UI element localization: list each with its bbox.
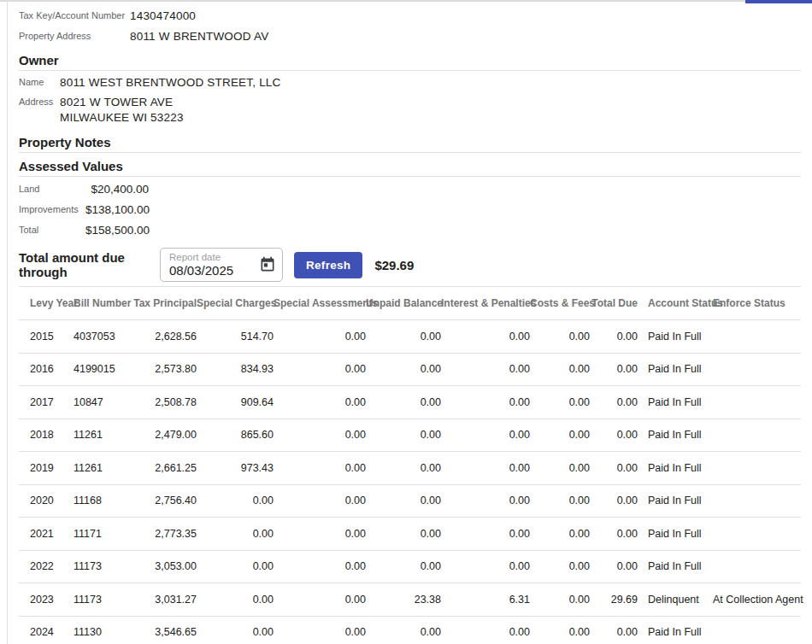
property-tax-page: Tax Key/Account Number 1430474000 Proper… <box>0 0 812 644</box>
table-cell: 514.70 <box>197 320 274 354</box>
table-cell: 2,661.25 <box>132 452 197 485</box>
table-cell: 2,628.56 <box>132 320 197 354</box>
table-header-cell: Special Assessments <box>274 287 366 320</box>
table-cell <box>713 550 801 583</box>
table-row: 2021111712,773.350.000.000.000.000.000.0… <box>19 518 801 551</box>
levy-table: Levy YearBill NumberTax PrincipalSpecial… <box>19 286 801 644</box>
table-cell: 0.00 <box>366 484 441 518</box>
table-cell: 0.00 <box>274 386 366 419</box>
table-cell: 23.38 <box>366 583 441 617</box>
table-cell <box>713 386 801 419</box>
table-cell: 0.00 <box>274 353 366 386</box>
improvements-value: $138,100.00 <box>85 203 149 216</box>
table-header-cell: Special Charges <box>197 287 274 320</box>
improvements-label: Improvements <box>19 204 85 214</box>
calendar-icon[interactable] <box>259 256 276 273</box>
table-cell: 2018 <box>19 419 74 452</box>
table-cell: 2,756.40 <box>132 484 197 518</box>
table-cell: 0.00 <box>530 320 590 354</box>
table-cell: 2022 <box>19 550 74 583</box>
table-cell: 0.00 <box>530 419 590 452</box>
table-body: 201540370532,628.56514.700.000.000.000.0… <box>19 320 801 644</box>
table-cell: 3,031.27 <box>132 583 197 617</box>
table-cell: 10847 <box>74 386 132 419</box>
table-header-cell: Bill Number <box>74 287 132 320</box>
land-value: $20,400.00 <box>85 183 149 196</box>
table-cell: 0.00 <box>441 320 530 354</box>
table-cell: 0.00 <box>366 550 441 583</box>
table-cell: 2,508.78 <box>132 386 197 419</box>
table-cell: 11171 <box>74 518 132 551</box>
table-cell: 0.00 <box>441 452 530 485</box>
table-cell: 0.00 <box>530 484 590 518</box>
table-header-cell: Unpaid Balance <box>366 287 441 320</box>
table-cell: 4037053 <box>74 320 132 354</box>
owner-address-label: Address <box>19 95 60 126</box>
table-header-cell: Total Due <box>590 287 638 320</box>
table-cell: 0.00 <box>197 518 274 551</box>
table-cell: 0.00 <box>530 353 590 386</box>
table-cell: 0.00 <box>441 353 530 386</box>
table-cell: 0.00 <box>530 616 590 644</box>
table-cell: 2,479.00 <box>132 419 197 452</box>
report-date-input[interactable] <box>169 263 250 278</box>
table-cell: 2020 <box>19 484 74 518</box>
table-cell: 0.00 <box>274 616 366 644</box>
table-cell: 0.00 <box>441 550 530 583</box>
total-due-label: Total amount due through <box>19 250 160 279</box>
owner-name-label: Name <box>19 77 60 87</box>
table-cell: 0.00 <box>366 452 441 485</box>
table-cell: 0.00 <box>530 386 590 419</box>
table-cell: Paid In Full <box>638 320 713 354</box>
table-header-row: Levy YearBill NumberTax PrincipalSpecial… <box>19 287 801 320</box>
owner-address-line2: MILWAUKEE WI 53223 <box>60 110 184 126</box>
table-cell: 2016 <box>19 353 74 386</box>
table-cell: 0.00 <box>197 484 274 518</box>
refresh-button[interactable]: Refresh <box>294 252 362 278</box>
table-header-cell: Interest & Penalties <box>441 287 530 320</box>
table-cell: 865.60 <box>197 419 274 452</box>
table-cell: 0.00 <box>274 583 366 617</box>
table-cell: 0.00 <box>590 484 638 518</box>
table-cell: 0.00 <box>366 518 441 551</box>
table-cell: 0.00 <box>590 616 638 644</box>
report-date-field[interactable]: Report date <box>160 248 283 282</box>
owner-address-row: Address 8021 W TOWER AVE MILWAUKEE WI 53… <box>19 95 801 126</box>
property-address-row: Property Address 8011 W BRENTWOOD AV <box>19 26 801 46</box>
assessed-improvements-row: Improvements $138,100.00 <box>19 202 801 216</box>
tax-key-label: Tax Key/Account Number <box>19 10 130 20</box>
owner-address-line1: 8021 W TOWER AVE <box>60 95 184 110</box>
table-cell <box>713 518 801 551</box>
assessed-total-row: Total $158,500.00 <box>19 223 801 237</box>
table-cell: 0.00 <box>590 452 638 485</box>
table-cell: 0.00 <box>366 386 441 419</box>
table-cell: Paid In Full <box>638 452 713 485</box>
table-cell: 0.00 <box>441 616 530 644</box>
table-cell: 0.00 <box>197 616 274 644</box>
table-cell: 11173 <box>74 550 132 583</box>
table-cell: 0.00 <box>590 353 638 386</box>
table-cell: 2023 <box>19 583 74 617</box>
table-cell: 0.00 <box>274 518 366 551</box>
table-cell: 3,546.65 <box>132 616 197 644</box>
table-cell: 834.93 <box>197 353 274 386</box>
table-cell: 0.00 <box>274 419 366 452</box>
table-cell: 0.00 <box>197 550 274 583</box>
total-due-amount: $29.69 <box>374 258 414 272</box>
table-cell: 11168 <box>74 484 132 518</box>
owner-heading: Owner <box>19 54 801 71</box>
table-cell: 973.43 <box>197 452 274 485</box>
table-cell: 2024 <box>19 616 74 644</box>
table-cell: 0.00 <box>274 320 366 354</box>
table-cell: 29.69 <box>590 583 638 617</box>
table-cell: 909.64 <box>197 386 274 419</box>
total-due-row: Total amount due through Report date Ref… <box>19 248 801 282</box>
table-cell: 0.00 <box>366 320 441 354</box>
table-cell: Paid In Full <box>638 550 713 583</box>
table-row: 2018112612,479.00865.600.000.000.000.000… <box>19 419 801 452</box>
table-header-cell: Account Status <box>638 287 713 320</box>
table-cell: 0.00 <box>441 386 530 419</box>
assessed-values-heading: Assessed Values <box>19 160 801 177</box>
table-row: 2019112612,661.25973.430.000.000.000.000… <box>19 452 801 485</box>
table-cell: 0.00 <box>590 550 638 583</box>
